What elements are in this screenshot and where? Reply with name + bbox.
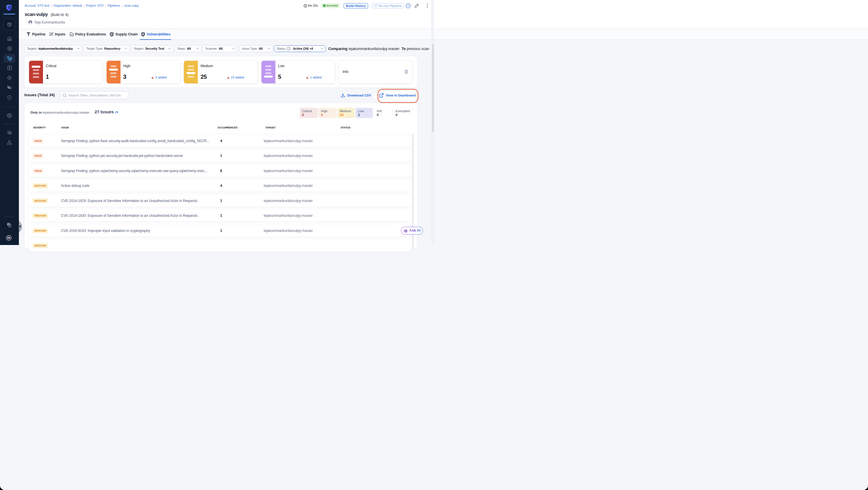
svg-text:?: ? — [8, 223, 9, 225]
